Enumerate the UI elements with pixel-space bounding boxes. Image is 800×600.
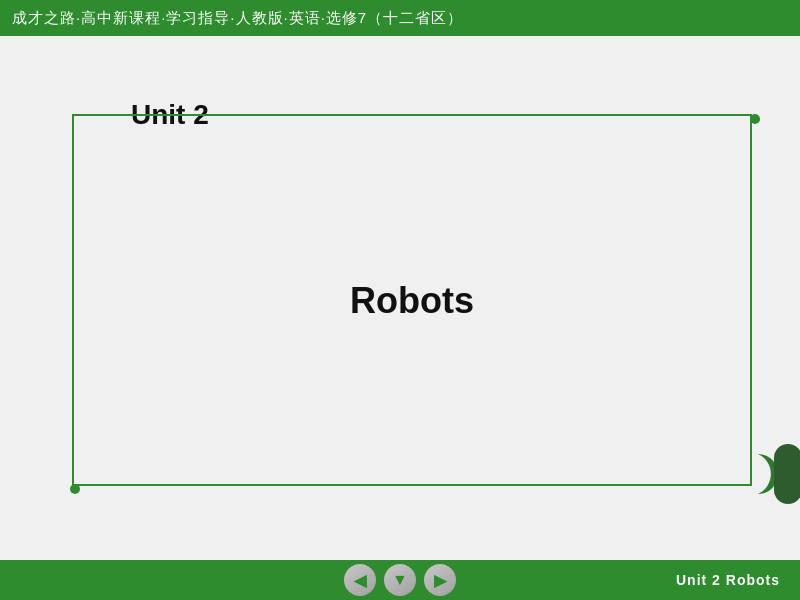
header-title: 成才之路·高中新课程·学习指导·人教版·英语·选修7（十二省区） xyxy=(12,9,463,28)
top-bar: 成才之路·高中新课程·学习指导·人教版·英语·选修7（十二省区） xyxy=(0,0,800,36)
bottom-unit-label: Unit 2 xyxy=(676,572,721,588)
bottom-unit-robots-label: Unit 2 Robots xyxy=(676,572,780,588)
right-crescent-decoration xyxy=(712,444,800,504)
robots-label-container: Robots xyxy=(72,116,752,486)
svg-rect-0 xyxy=(774,444,800,504)
robots-title: Robots xyxy=(350,280,474,322)
prev-button[interactable]: ◀ xyxy=(344,564,376,596)
next-button[interactable]: ▶ xyxy=(424,564,456,596)
navigation-buttons: ◀ ▼ ▶ xyxy=(344,564,456,596)
bottom-robots-label: Robots xyxy=(726,572,780,588)
main-content: Unit 2 Robots xyxy=(0,36,800,560)
home-button[interactable]: ▼ xyxy=(384,564,416,596)
bottom-bar: ◀ ▼ ▶ Unit 2 Robots xyxy=(0,560,800,600)
